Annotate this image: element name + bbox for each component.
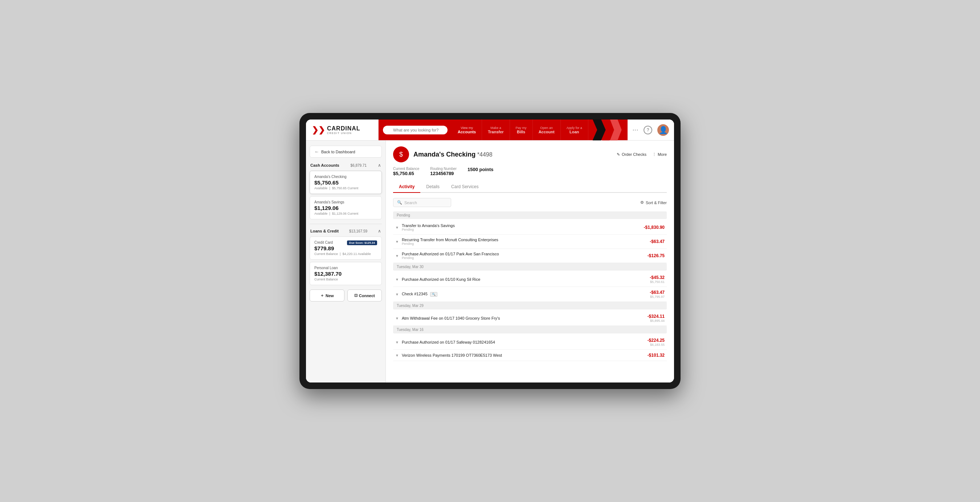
global-search-input[interactable] <box>383 126 447 134</box>
tab-activity-label: Activity <box>399 184 415 189</box>
loans-total: $13,167.59 <box>349 229 368 233</box>
section-mar29-label: Tuesday, Mar 29 <box>397 304 423 308</box>
nav-link-transfer[interactable]: Make a Transfer <box>482 120 510 140</box>
tab-activity[interactable]: Activity <box>393 181 420 193</box>
back-to-dashboard-button[interactable]: ← Back to Dashboard <box>310 146 382 158</box>
bottom-buttons: ＋ New ⊡ Connect <box>310 290 382 301</box>
credit-card-card[interactable]: Credit Card Due Soon: $125.34 $779.89 Cu… <box>310 236 382 260</box>
cash-accounts-chevron-icon[interactable]: ∧ <box>378 163 381 168</box>
transaction-search[interactable]: 🔍 Search <box>393 198 451 207</box>
section-mar29: Tuesday, Mar 29 <box>393 302 667 309</box>
txn-info: Purchase Authorized on 01/17 Safeway 012… <box>402 340 648 344</box>
txn-info: Transfer to Amanda's Savings Pending <box>402 223 644 231</box>
txn-info: Verizon Wireless Payments 170199 OT7360E… <box>402 353 648 357</box>
savings-current-label: Current <box>347 212 358 215</box>
txn-amount: -$1,830.90 <box>644 225 665 230</box>
txn-balance: $5,895.44 <box>648 319 665 323</box>
main-panel: $ Amanda's Checking *4498 ✎ Order Checks… <box>386 140 674 382</box>
txn-info: Check #12345 🔍 <box>402 292 650 297</box>
tab-details-label: Details <box>426 184 439 189</box>
txn-name: Verizon Wireless Payments 170199 OT7360E… <box>402 353 648 357</box>
txn-chevron-icon: ▼ <box>395 240 399 244</box>
txn-atm-grocery[interactable]: ▼ Atm Withdrawal Fee on 01/17 1040 Groce… <box>393 311 667 326</box>
nav-link-accounts[interactable]: View my Accounts <box>452 120 482 140</box>
section-mar16-label: Tuesday, Mar 16 <box>397 328 423 331</box>
personal-loan-card[interactable]: Personal Loan $12,387.70 Current Balance <box>310 262 382 285</box>
txn-status: Pending <box>402 256 648 260</box>
cash-accounts-title: Cash Accounts <box>310 163 339 167</box>
txn-amount: -$63.47 <box>650 239 665 244</box>
cash-accounts-header: Cash Accounts $6,879.71 ∧ <box>310 163 382 168</box>
stat-routing-number: Routing Number 123456789 <box>430 167 457 176</box>
txn-transfer-savings[interactable]: ▼ Transfer to Amanda's Savings Pending -… <box>393 220 667 235</box>
txn-kung-sil[interactable]: ▼ Purchase Authorized on 01/10 Kung Sil … <box>393 272 667 287</box>
txn-chevron-icon: ▼ <box>395 340 399 344</box>
loans-chevron-icon[interactable]: ∧ <box>378 228 381 234</box>
order-checks-button[interactable]: ✎ Order Checks <box>617 152 646 157</box>
order-checks-label: Order Checks <box>622 152 646 156</box>
pending-label: Pending <box>397 213 410 217</box>
nav-link-open-account[interactable]: Open an Account <box>533 120 561 140</box>
logo-subtitle: CREDIT UNION <box>327 132 360 134</box>
txn-chevron-icon: ▼ <box>395 316 399 320</box>
nav-link-loan[interactable]: Apply for a Loan <box>561 120 589 140</box>
txn-status: Pending <box>402 228 644 231</box>
txn-amounts: -$45.32 $5,750.61 <box>650 275 665 284</box>
txn-check-12345[interactable]: ▼ Check #12345 🔍 -$63.47 $5,795.97 <box>393 287 667 302</box>
main-content: ← Back to Dashboard Cash Accounts $6,879… <box>306 140 674 382</box>
savings-available-label: Available <box>314 212 328 215</box>
nav-link-transfer-bottom: Transfer <box>488 130 503 134</box>
more-label: More <box>658 152 667 156</box>
nav-link-accounts-top: View my <box>461 126 473 130</box>
connect-button[interactable]: ⊡ Connect <box>347 290 382 301</box>
avatar-image: 👤 <box>659 126 668 134</box>
new-button[interactable]: ＋ New <box>310 290 344 301</box>
txn-amount: -$324.11 <box>648 314 665 319</box>
nav-link-loan-bottom: Loan <box>570 130 579 134</box>
txn-park-ave[interactable]: ▼ Purchase Authorized on 01/17 Park Ave … <box>393 249 667 263</box>
checking-available: Available | $5,750.65 Current <box>314 186 377 190</box>
search-area: 🔍 <box>379 120 452 140</box>
txn-safeway[interactable]: ▼ Purchase Authorized on 01/17 Safeway 0… <box>393 335 667 350</box>
stat-points-value: 1500 points <box>468 167 494 172</box>
txn-recurring-transfer[interactable]: ▼ Recurring Transfer from Mcnutt Consult… <box>393 235 667 249</box>
txn-amounts: -$101.32 <box>648 353 665 358</box>
account-header: $ Amanda's Checking *4498 ✎ Order Checks… <box>393 147 667 163</box>
nav-links: View my Accounts Make a Transfer Pay my … <box>452 120 589 140</box>
nav-link-bills[interactable]: Pay my Bills <box>510 120 533 140</box>
section-mar16: Tuesday, Mar 16 <box>393 326 667 333</box>
savings-available: Available | $1,129.06 Current <box>314 212 377 215</box>
more-button[interactable]: ⋮ More <box>652 152 667 157</box>
checking-available-suffix: Current <box>347 186 358 190</box>
section-mar30-label: Tuesday, Mar 30 <box>397 265 423 269</box>
tab-details[interactable]: Details <box>420 181 445 193</box>
back-label: Back to Dashboard <box>321 150 355 154</box>
amanda-savings-card[interactable]: Amanda's Savings $1,129.06 Available | $… <box>310 196 382 219</box>
amanda-checking-card[interactable]: Amanda's Checking $5,750.65 Available | … <box>310 171 382 194</box>
txn-verizon[interactable]: ▼ Verizon Wireless Payments 170199 OT736… <box>393 350 667 361</box>
stat-balance-label: Current Balance <box>393 167 419 171</box>
txn-amounts: -$126.75 <box>648 253 665 258</box>
txn-info: Purchase Authorized on 01/10 Kung Sil Ri… <box>402 277 650 282</box>
section-pending: Pending <box>393 211 667 219</box>
help-icon[interactable]: ? <box>644 126 652 134</box>
check-image-icon[interactable]: 🔍 <box>430 292 438 297</box>
nav-right-red <box>589 120 628 140</box>
search-filter-bar: 🔍 Search ⚙ Sort & Filter <box>393 198 667 207</box>
more-dots-button[interactable]: ··· <box>633 127 638 133</box>
user-avatar[interactable]: 👤 <box>657 124 669 136</box>
check-name: Check #12345 <box>402 292 428 296</box>
nav-link-open-top: Open an <box>540 126 553 130</box>
savings-available-amount: $1,129.06 <box>332 212 347 215</box>
section-mar30: Tuesday, Mar 30 <box>393 263 667 271</box>
tab-card-services[interactable]: Card Services <box>445 181 484 193</box>
tablet-screen: ❯❯ CARDINAL CREDIT UNION 🔍 View my Accou… <box>306 120 674 382</box>
checking-balance: $5,750.65 <box>314 179 377 186</box>
sort-filter-button[interactable]: ⚙ Sort & Filter <box>640 200 667 205</box>
tab-card-services-label: Card Services <box>451 184 478 189</box>
checking-name: Amanda's Checking <box>314 175 377 179</box>
nav-link-bills-top: Pay my <box>516 126 527 130</box>
order-checks-icon: ✎ <box>617 152 620 157</box>
checking-available-amount: $5,750.65 <box>332 186 347 190</box>
txn-amounts: -$324.11 $5,895.44 <box>648 314 665 323</box>
